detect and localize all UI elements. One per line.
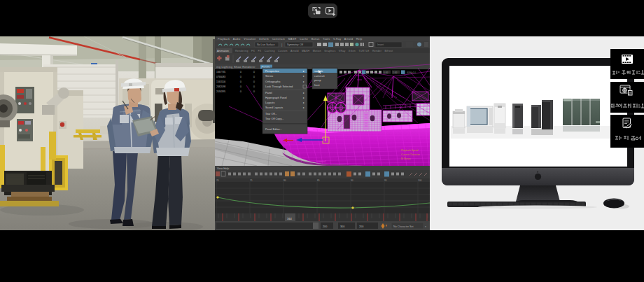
svg-text:0: 0: [240, 76, 241, 78]
svg-text:95: 95: [384, 179, 387, 182]
svg-text:No Live Surface: No Live Surface: [257, 43, 275, 46]
svg-text:Perspective: Perspective: [265, 70, 279, 73]
svg-text:80: 80: [284, 179, 286, 182]
svg-text:front: front: [314, 84, 321, 87]
svg-text:0766083: 0766083: [216, 76, 225, 78]
svg-text:ing Lighting Show Render: ing Lighting Show Renderer: [216, 65, 255, 69]
svg-text:200: 200: [359, 225, 363, 228]
svg-text:Hypergraph Panel: Hypergraph Panel: [265, 97, 287, 99]
svg-text:0: 0: [253, 80, 255, 83]
svg-text:0: 0: [240, 80, 241, 83]
svg-text:Saved Layouts: Saved Layouts: [265, 106, 283, 109]
svg-text:camera1: camera1: [316, 160, 326, 163]
svg-text:Tear Off Copy...: Tear Off Copy...: [265, 118, 284, 120]
svg-text:▸: ▸: [303, 92, 304, 94]
svg-text:▸: ▸: [303, 106, 304, 109]
svg-text:0: 0: [240, 71, 241, 73]
svg-text:Stereo: Stereo: [265, 75, 273, 78]
svg-text:Panel: Panel: [265, 92, 272, 94]
svg-text:▸: ▸: [303, 80, 304, 83]
svg-text:Layouts: Layouts: [265, 101, 274, 104]
svg-text:0: 0: [253, 71, 255, 73]
svg-text:0: 0: [253, 90, 255, 93]
svg-text:Playback Speed: Playback Speed: [401, 149, 419, 152]
svg-text:Animation: Animation: [217, 50, 229, 52]
svg-text:▸: ▸: [303, 101, 304, 104]
svg-text:0: 0: [253, 76, 255, 78]
svg-text:2034395: 2034395: [216, 90, 225, 93]
svg-text:|: |: [281, 43, 282, 47]
svg-text:Symmetry: Off: Symmetry: Off: [287, 43, 303, 46]
svg-text:M Stereo: M Stereo: [401, 157, 411, 160]
svg-text:0: 0: [253, 85, 255, 88]
svg-text:Look Through Selected: Look Through Selected: [265, 85, 293, 88]
svg-text:Tear Off...: Tear Off...: [265, 113, 277, 115]
svg-text:▸: ▸: [303, 97, 304, 99]
svg-text:Panel Editor...: Panel Editor...: [265, 128, 282, 131]
svg-text:▮: ▮: [386, 224, 387, 227]
svg-text:100: 100: [418, 179, 422, 182]
svg-text:camera1: camera1: [314, 75, 325, 78]
svg-text:persp: persp: [314, 79, 321, 82]
svg-text:75: 75: [250, 179, 253, 182]
svg-text:Rendering FX FX Caching Custom: Rendering FX FX Caching Custom Arnold MA…: [235, 50, 393, 52]
svg-text:2682098: 2682098: [216, 85, 225, 88]
svg-text:90: 90: [351, 179, 354, 182]
svg-text:300: 300: [340, 225, 344, 228]
svg-text:▾: ▾: [425, 225, 426, 228]
svg-text:4096x1.0: 4096x1.0: [407, 71, 416, 74]
svg-text:200: 200: [323, 225, 327, 228]
svg-text:View Help: View Help: [217, 167, 229, 170]
svg-text:0: 0: [240, 90, 241, 93]
svg-text:▸: ▸: [303, 75, 304, 78]
svg-text:1667735: 1667735: [216, 71, 225, 73]
svg-text:85: 85: [317, 179, 320, 182]
svg-text:164: 164: [287, 217, 292, 220]
svg-text:Current Character: Current Character: [401, 153, 421, 156]
svg-text:Insert: Insert: [377, 43, 384, 46]
svg-text:70: 70: [216, 179, 219, 182]
svg-text:Orthographic: Orthographic: [265, 80, 281, 83]
svg-text:1563100: 1563100: [216, 80, 225, 83]
svg-text:No Character Set: No Character Set: [393, 225, 414, 228]
svg-text:1.00: 1.00: [393, 71, 397, 74]
svg-text:0.00: 0.00: [384, 71, 388, 74]
svg-text:Playback Audio Visualize Defor: Playback Audio Visualize Deform Constrai…: [218, 38, 363, 41]
svg-text:▸: ▸: [303, 70, 304, 73]
svg-text:0: 0: [240, 85, 241, 88]
